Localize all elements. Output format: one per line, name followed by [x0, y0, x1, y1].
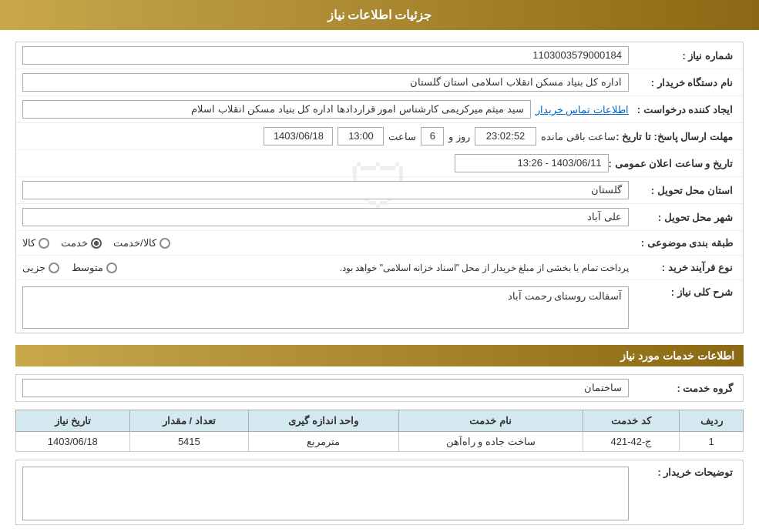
services-section-title: اطلاعات خدمات مورد نیاز	[15, 345, 744, 366]
deadline-label: مهلت ارسال پاسخ: تا تاریخ :	[616, 131, 737, 142]
need-desc-row: شرح کلی نیاز : آسفالت روستای رحمت آباد	[16, 280, 743, 333]
cell-quantity: 5415	[129, 432, 248, 452]
category-option-kala[interactable]: کالا	[22, 237, 49, 249]
cell-date: 1403/06/18	[16, 432, 130, 452]
category-options: کالا/خدمت خدمت کالا	[22, 237, 629, 249]
remaining-suffix: ساعت باقی مانده	[541, 131, 616, 142]
category-option-kala-khedmat[interactable]: کالا/خدمت	[113, 237, 170, 249]
creator-value: سید میثم میرکریمی کارشناس امور قراردادها…	[22, 100, 531, 119]
col-service-name: نام خدمت	[398, 410, 583, 432]
col-service-code: کد خدمت	[583, 410, 680, 432]
remaining-time: 23:02:52	[475, 127, 536, 146]
buyer-notes-textarea[interactable]	[22, 467, 629, 520]
services-table: ردیف کد خدمت نام خدمت واحد اندازه گیری ت…	[15, 410, 744, 452]
need-desc-label: شرح کلی نیاز :	[629, 286, 737, 298]
province-label: استان محل تحویل :	[629, 185, 737, 196]
main-info-section: 🛡 شماره نیاز : 1103003579000184 نام دستگ…	[15, 42, 744, 333]
deadline-date: 1403/06/18	[264, 127, 333, 146]
col-row-num: ردیف	[680, 410, 744, 432]
radio-small	[49, 263, 59, 273]
deadline-row: مهلت ارسال پاسخ: تا تاریخ : ساعت باقی ما…	[16, 123, 743, 150]
service-group-value: ساختمان	[22, 379, 629, 397]
radio-kala-khedmat	[160, 238, 170, 249]
radio-kala	[39, 238, 49, 249]
announce-row: تاریخ و ساعت اعلان عمومی : 1403/06/11 - …	[16, 150, 743, 177]
announce-label: تاریخ و ساعت اعلان عمومی :	[609, 158, 737, 169]
category-kala-label: کالا	[22, 237, 35, 249]
cell-service-name: ساخت جاده و راه‌آهن	[398, 432, 583, 452]
province-row: استان محل تحویل : گلستان	[16, 177, 743, 204]
need-desc-value: آسفالت روستای رحمت آباد	[508, 290, 622, 302]
purchase-type-label: نوع فرآیند خرید :	[629, 262, 737, 273]
city-value: علی آباد	[22, 208, 629, 226]
category-row: طبقه بندی موضوعی : کالا/خدمت خدمت کال	[16, 231, 743, 256]
category-option-khedmat[interactable]: خدمت	[61, 237, 102, 249]
deadline-time: 13:00	[338, 127, 384, 146]
need-number-value: 1103003579000184	[22, 46, 629, 65]
cell-unit: مترمربع	[249, 432, 399, 452]
city-row: شهر محل تحویل : علی آباد	[16, 204, 743, 231]
service-group-label: گروه خدمت :	[629, 383, 737, 394]
table-row: 1 ج-42-421 ساخت جاده و راه‌آهن مترمربع 5…	[16, 432, 744, 452]
cell-row-num: 1	[680, 432, 744, 452]
radio-medium	[106, 263, 117, 273]
cell-service-code: ج-42-421	[583, 432, 680, 452]
purchase-type-option-small[interactable]: جزیی	[22, 262, 59, 273]
buyer-org-row: نام دستگاه خریدار : اداره کل بنیاد مسکن …	[16, 69, 743, 96]
col-date: تاریخ نیاز	[16, 410, 130, 432]
category-khedmat-label: خدمت	[61, 237, 88, 249]
category-label: طبقه بندی موضوعی :	[629, 237, 737, 249]
buyer-org-label: نام دستگاه خریدار :	[629, 77, 737, 89]
page-header: جزئیات اطلاعات نیاز	[0, 0, 759, 30]
city-label: شهر محل تحویل :	[629, 212, 737, 223]
radio-khedmat	[91, 238, 102, 249]
page-title: جزئیات اطلاعات نیاز	[327, 8, 432, 22]
need-desc-textarea[interactable]: آسفالت روستای رحمت آباد	[22, 286, 629, 329]
category-kala-khedmat-label: کالا/خدمت	[113, 237, 156, 249]
purchase-type-small-label: جزیی	[22, 262, 45, 273]
purchase-type-medium-label: متوسط	[72, 262, 103, 273]
need-number-row: شماره نیاز : 1103003579000184	[16, 42, 743, 69]
service-group-row: گروه خدمت : ساختمان	[15, 374, 744, 402]
purchase-type-row: نوع فرآیند خرید : پرداخت تمام یا بخشی از…	[16, 256, 743, 280]
creator-contact-link[interactable]: اطلاعات تماس خریدار	[536, 104, 629, 115]
creator-row: ایجاد کننده درخواست : اطلاعات تماس خریدا…	[16, 96, 743, 123]
purchase-type-option-medium[interactable]: متوسط	[72, 262, 117, 273]
table-header-row: ردیف کد خدمت نام خدمت واحد اندازه گیری ت…	[16, 410, 744, 432]
services-table-section: ردیف کد خدمت نام خدمت واحد اندازه گیری ت…	[15, 410, 744, 452]
days-suffix: روز و	[448, 131, 470, 142]
col-unit: واحد اندازه گیری	[249, 410, 399, 432]
creator-label: ایجاد کننده درخواست :	[629, 104, 737, 115]
buyer-org-value: اداره کل بنیاد مسکن انقلاب اسلامی استان …	[22, 73, 629, 92]
deadline-days: 6	[421, 127, 444, 146]
announce-value: 1403/06/11 - 13:26	[455, 154, 609, 172]
time-label-static: ساعت	[388, 131, 416, 142]
need-number-label: شماره نیاز :	[629, 50, 737, 62]
province-value: گلستان	[22, 181, 629, 199]
col-quantity: تعداد / مقدار	[129, 410, 248, 432]
purchase-type-note: پرداخت تمام یا بخشی از مبلغ خریدار از مح…	[129, 263, 629, 273]
buyer-notes-row: توضیحات خریدار :	[15, 460, 744, 525]
buyer-notes-label: توضیحات خریدار :	[629, 467, 737, 478]
